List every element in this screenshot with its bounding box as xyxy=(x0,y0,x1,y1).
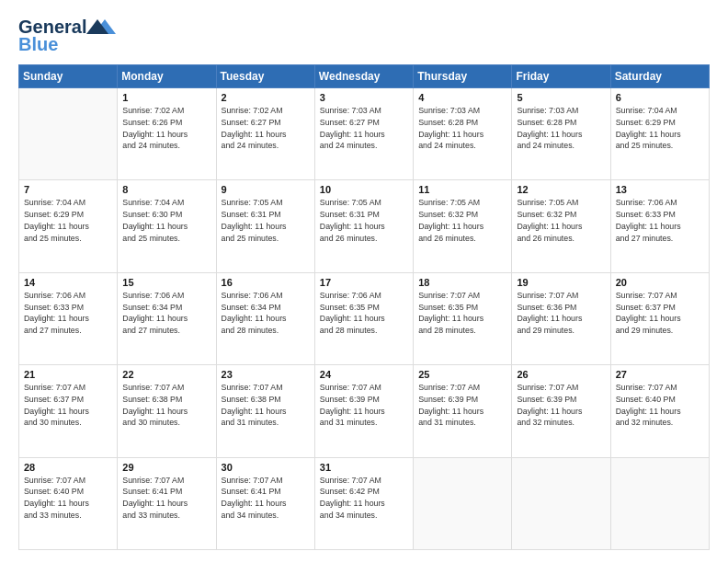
day-detail: Sunrise: 7:07 AMSunset: 6:39 PMDaylight:… xyxy=(517,382,605,429)
day-number: 7 xyxy=(24,184,112,195)
day-detail: Sunrise: 7:05 AMSunset: 6:32 PMDaylight:… xyxy=(517,197,605,244)
calendar-cell: 23Sunrise: 7:07 AMSunset: 6:38 PMDayligh… xyxy=(216,365,314,457)
day-header-saturday: Saturday xyxy=(610,65,709,88)
header-row: SundayMondayTuesdayWednesdayThursdayFrid… xyxy=(19,65,710,88)
calendar-header: SundayMondayTuesdayWednesdayThursdayFrid… xyxy=(19,65,710,88)
day-detail: Sunrise: 7:03 AMSunset: 6:28 PMDaylight:… xyxy=(418,105,506,152)
logo-blue: Blue xyxy=(18,34,58,55)
calendar-cell: 26Sunrise: 7:07 AMSunset: 6:39 PMDayligh… xyxy=(512,365,610,457)
day-number: 9 xyxy=(222,184,310,195)
calendar-cell: 18Sunrise: 7:07 AMSunset: 6:35 PMDayligh… xyxy=(414,272,512,364)
day-detail: Sunrise: 7:07 AMSunset: 6:41 PMDaylight:… xyxy=(222,475,310,522)
day-detail: Sunrise: 7:02 AMSunset: 6:26 PMDaylight:… xyxy=(122,105,210,152)
calendar-cell xyxy=(512,457,610,549)
calendar-cell: 21Sunrise: 7:07 AMSunset: 6:37 PMDayligh… xyxy=(19,365,118,457)
day-number: 29 xyxy=(122,462,210,473)
logo: General Blue xyxy=(18,17,116,55)
day-detail: Sunrise: 7:07 AMSunset: 6:40 PMDaylight:… xyxy=(616,382,704,429)
calendar-cell: 30Sunrise: 7:07 AMSunset: 6:41 PMDayligh… xyxy=(216,457,314,549)
day-detail: Sunrise: 7:07 AMSunset: 6:39 PMDaylight:… xyxy=(418,382,506,429)
day-number: 23 xyxy=(222,369,310,380)
page: General Blue SundayMondayTuesdayWednesda… xyxy=(0,0,728,563)
day-header-sunday: Sunday xyxy=(19,65,118,88)
day-number: 24 xyxy=(320,369,408,380)
calendar-cell: 10Sunrise: 7:05 AMSunset: 6:31 PMDayligh… xyxy=(314,180,413,272)
day-detail: Sunrise: 7:07 AMSunset: 6:40 PMDaylight:… xyxy=(24,475,112,522)
day-detail: Sunrise: 7:07 AMSunset: 6:42 PMDaylight:… xyxy=(320,475,408,522)
day-number: 5 xyxy=(517,92,605,103)
day-header-friday: Friday xyxy=(512,65,610,88)
day-number: 31 xyxy=(320,462,408,473)
day-number: 28 xyxy=(24,462,112,473)
day-number: 15 xyxy=(122,277,210,288)
calendar-cell: 7Sunrise: 7:04 AMSunset: 6:29 PMDaylight… xyxy=(19,180,118,272)
calendar-cell: 14Sunrise: 7:06 AMSunset: 6:33 PMDayligh… xyxy=(19,272,118,364)
calendar-cell: 20Sunrise: 7:07 AMSunset: 6:37 PMDayligh… xyxy=(610,272,709,364)
day-detail: Sunrise: 7:07 AMSunset: 6:37 PMDaylight:… xyxy=(24,382,112,429)
day-detail: Sunrise: 7:03 AMSunset: 6:27 PMDaylight:… xyxy=(320,105,408,152)
day-number: 21 xyxy=(24,369,112,380)
calendar-cell xyxy=(414,457,512,549)
calendar-cell: 24Sunrise: 7:07 AMSunset: 6:39 PMDayligh… xyxy=(314,365,413,457)
day-number: 26 xyxy=(517,369,605,380)
day-number: 8 xyxy=(122,184,210,195)
calendar-cell: 2Sunrise: 7:02 AMSunset: 6:27 PMDaylight… xyxy=(216,88,314,180)
day-number: 3 xyxy=(320,92,408,103)
day-number: 20 xyxy=(616,277,704,288)
day-number: 16 xyxy=(222,277,310,288)
day-detail: Sunrise: 7:07 AMSunset: 6:36 PMDaylight:… xyxy=(517,290,605,337)
day-detail: Sunrise: 7:07 AMSunset: 6:38 PMDaylight:… xyxy=(122,382,210,429)
day-detail: Sunrise: 7:06 AMSunset: 6:34 PMDaylight:… xyxy=(122,290,210,337)
day-number: 17 xyxy=(320,277,408,288)
logo-icon xyxy=(86,17,116,38)
day-number: 18 xyxy=(418,277,506,288)
day-number: 14 xyxy=(24,277,112,288)
day-detail: Sunrise: 7:05 AMSunset: 6:31 PMDaylight:… xyxy=(222,197,310,244)
calendar-cell: 28Sunrise: 7:07 AMSunset: 6:40 PMDayligh… xyxy=(19,457,118,549)
header: General Blue xyxy=(18,17,710,55)
week-row-2: 7Sunrise: 7:04 AMSunset: 6:29 PMDaylight… xyxy=(19,180,710,272)
week-row-1: 1Sunrise: 7:02 AMSunset: 6:26 PMDaylight… xyxy=(19,88,710,180)
calendar-cell: 6Sunrise: 7:04 AMSunset: 6:29 PMDaylight… xyxy=(610,88,709,180)
calendar-cell: 31Sunrise: 7:07 AMSunset: 6:42 PMDayligh… xyxy=(314,457,413,549)
day-number: 6 xyxy=(616,92,704,103)
day-detail: Sunrise: 7:07 AMSunset: 6:35 PMDaylight:… xyxy=(418,290,506,337)
day-detail: Sunrise: 7:04 AMSunset: 6:29 PMDaylight:… xyxy=(24,197,112,244)
day-number: 11 xyxy=(418,184,506,195)
week-row-4: 21Sunrise: 7:07 AMSunset: 6:37 PMDayligh… xyxy=(19,365,710,457)
day-detail: Sunrise: 7:03 AMSunset: 6:28 PMDaylight:… xyxy=(517,105,605,152)
calendar-cell: 9Sunrise: 7:05 AMSunset: 6:31 PMDaylight… xyxy=(216,180,314,272)
day-number: 2 xyxy=(222,92,310,103)
day-number: 19 xyxy=(517,277,605,288)
day-number: 4 xyxy=(418,92,506,103)
calendar-cell: 29Sunrise: 7:07 AMSunset: 6:41 PMDayligh… xyxy=(118,457,216,549)
day-detail: Sunrise: 7:05 AMSunset: 6:32 PMDaylight:… xyxy=(418,197,506,244)
calendar-cell xyxy=(19,88,118,180)
day-detail: Sunrise: 7:06 AMSunset: 6:34 PMDaylight:… xyxy=(222,290,310,337)
day-detail: Sunrise: 7:06 AMSunset: 6:33 PMDaylight:… xyxy=(616,197,704,244)
calendar-cell: 19Sunrise: 7:07 AMSunset: 6:36 PMDayligh… xyxy=(512,272,610,364)
day-number: 27 xyxy=(616,369,704,380)
day-number: 10 xyxy=(320,184,408,195)
calendar-cell: 13Sunrise: 7:06 AMSunset: 6:33 PMDayligh… xyxy=(610,180,709,272)
day-detail: Sunrise: 7:04 AMSunset: 6:29 PMDaylight:… xyxy=(616,105,704,152)
week-row-3: 14Sunrise: 7:06 AMSunset: 6:33 PMDayligh… xyxy=(19,272,710,364)
day-detail: Sunrise: 7:07 AMSunset: 6:38 PMDaylight:… xyxy=(222,382,310,429)
calendar-cell: 8Sunrise: 7:04 AMSunset: 6:30 PMDaylight… xyxy=(118,180,216,272)
day-detail: Sunrise: 7:04 AMSunset: 6:30 PMDaylight:… xyxy=(122,197,210,244)
calendar-cell: 16Sunrise: 7:06 AMSunset: 6:34 PMDayligh… xyxy=(216,272,314,364)
day-header-monday: Monday xyxy=(118,65,216,88)
calendar-body: 1Sunrise: 7:02 AMSunset: 6:26 PMDaylight… xyxy=(19,88,710,550)
day-header-tuesday: Tuesday xyxy=(216,65,314,88)
calendar-cell xyxy=(610,457,709,549)
day-detail: Sunrise: 7:06 AMSunset: 6:35 PMDaylight:… xyxy=(320,290,408,337)
calendar-cell: 25Sunrise: 7:07 AMSunset: 6:39 PMDayligh… xyxy=(414,365,512,457)
day-detail: Sunrise: 7:06 AMSunset: 6:33 PMDaylight:… xyxy=(24,290,112,337)
calendar-cell: 22Sunrise: 7:07 AMSunset: 6:38 PMDayligh… xyxy=(118,365,216,457)
calendar-cell: 27Sunrise: 7:07 AMSunset: 6:40 PMDayligh… xyxy=(610,365,709,457)
calendar-cell: 4Sunrise: 7:03 AMSunset: 6:28 PMDaylight… xyxy=(414,88,512,180)
day-detail: Sunrise: 7:07 AMSunset: 6:41 PMDaylight:… xyxy=(122,475,210,522)
calendar-cell: 11Sunrise: 7:05 AMSunset: 6:32 PMDayligh… xyxy=(414,180,512,272)
calendar-table: SundayMondayTuesdayWednesdayThursdayFrid… xyxy=(18,64,710,550)
day-header-wednesday: Wednesday xyxy=(314,65,413,88)
